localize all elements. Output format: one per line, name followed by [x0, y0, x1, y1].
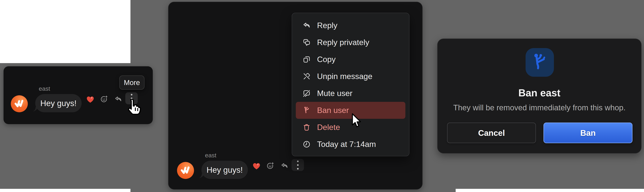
menu-item-copy[interactable]: Copy: [296, 51, 406, 68]
ban-dialog: Ban east They will be removed immediatel…: [437, 38, 642, 154]
reply-icon: [302, 21, 311, 30]
add-reaction-icon[interactable]: [266, 162, 274, 170]
dot: [297, 164, 299, 166]
menu-item-unpin-message[interactable]: Unpin message: [296, 68, 406, 85]
menu-item-ban-user[interactable]: Ban user: [296, 102, 406, 119]
heart-reaction-icon[interactable]: [86, 96, 94, 103]
mute-icon: [302, 89, 311, 98]
menu-item-timestamp: Today at 7:14am: [296, 136, 406, 153]
menu-item-delete[interactable]: Delete: [296, 119, 406, 136]
bubble-tail: [32, 107, 38, 112]
kick-icon-badge: [526, 48, 554, 77]
menu-item-reply[interactable]: Reply: [296, 17, 406, 34]
menu-item-reply-privately[interactable]: Reply privately: [296, 34, 406, 51]
dot: [297, 161, 299, 162]
heart-reaction-icon[interactable]: [252, 162, 260, 170]
dot: [131, 101, 132, 103]
menu-item-mute-user[interactable]: Mute user: [296, 85, 406, 102]
trash-icon: [302, 123, 311, 132]
reply-icon[interactable]: [280, 162, 289, 170]
whop-logo-icon: [177, 162, 194, 179]
more-tooltip: More: [119, 75, 144, 90]
more-options-button[interactable]: [292, 159, 304, 171]
chat-bubbles-icon: [302, 38, 311, 47]
cancel-button[interactable]: Cancel: [447, 123, 536, 143]
message-bubble: Hey guys!: [202, 161, 248, 179]
bubble-tail: [198, 174, 204, 179]
dot: [131, 94, 132, 95]
more-options-button[interactable]: [125, 92, 138, 104]
unpin-icon: [302, 72, 311, 81]
message-text: Hey guys!: [40, 98, 77, 108]
avatar[interactable]: [11, 95, 28, 112]
message-context-menu: Reply Reply privately Copy Unpin message…: [292, 13, 410, 156]
add-reaction-icon[interactable]: [100, 95, 108, 103]
message-bubble: Hey guys!: [35, 94, 82, 112]
clock-icon: [302, 140, 311, 149]
chat-panel: east Hey guys! Reply Reply pr: [168, 2, 422, 190]
dialog-title: Ban east: [438, 87, 641, 99]
ban-button[interactable]: Ban: [544, 123, 632, 143]
copy-icon: [302, 55, 311, 64]
chat-card-left: east Hey guys! More: [4, 66, 153, 124]
stage: east Hey guys! More east: [0, 0, 644, 192]
kick-icon: [530, 52, 550, 73]
reply-icon[interactable]: [114, 95, 122, 103]
whop-logo-icon: [11, 95, 28, 112]
dialog-subtitle: They will be removed immediately from th…: [438, 103, 641, 112]
message-text: Hey guys!: [206, 165, 243, 175]
dot: [297, 168, 299, 170]
message-username: east: [205, 152, 216, 158]
dot: [131, 98, 132, 99]
avatar[interactable]: [177, 162, 194, 179]
kick-icon: [302, 106, 311, 115]
more-tooltip-label: More: [124, 79, 140, 87]
message-username: east: [39, 85, 50, 92]
